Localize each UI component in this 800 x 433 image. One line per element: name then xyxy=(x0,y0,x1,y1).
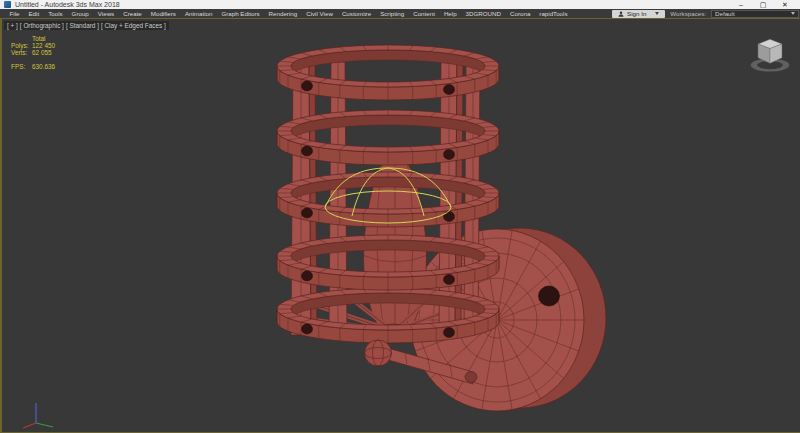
chevron-down-icon xyxy=(655,12,659,15)
menu-item[interactable]: Civil View xyxy=(302,9,338,18)
titlebar: Untitled - Autodesk 3ds Max 2018 – ▢ ✕ xyxy=(0,0,800,9)
menu-item[interactable]: Scripting xyxy=(376,9,409,18)
menu-item[interactable]: Tools xyxy=(44,9,67,18)
menu-item[interactable]: Views xyxy=(93,9,118,18)
stats-verts-label: Verts: xyxy=(11,49,32,56)
menu-item[interactable]: Modifiers xyxy=(146,9,180,18)
menubar-right: Sign In Workspaces: Default xyxy=(612,10,800,18)
sign-in-button[interactable]: Sign In xyxy=(612,10,665,18)
menu-bar: FileEditToolsGroupViewsCreateModifiersAn… xyxy=(0,9,800,19)
viewcube[interactable] xyxy=(747,32,793,78)
workspaces-value: Default xyxy=(715,10,735,17)
statistics-overlay: Total Polys:122 450 Verts:62 055 FPS:630… xyxy=(11,35,55,70)
viewport-label-segment[interactable]: [ + ] xyxy=(7,21,18,30)
stats-fps-value: 630.636 xyxy=(32,63,55,70)
minimize-button[interactable]: – xyxy=(730,0,752,9)
3dsmax-window: Untitled - Autodesk 3ds Max 2018 – ▢ ✕ F… xyxy=(0,0,800,433)
menu-item[interactable]: Rendering xyxy=(264,9,302,18)
stats-polys-label: Polys: xyxy=(11,42,32,49)
menu-item[interactable]: Customize xyxy=(337,9,375,18)
x-axis xyxy=(23,423,36,428)
menu-item[interactable]: Help xyxy=(439,9,461,18)
rod-ball-knob xyxy=(365,340,392,366)
viewport[interactable]: [ + ][ Orthographic ][ Standard ][ Clay … xyxy=(0,19,800,433)
window-title: Untitled - Autodesk 3ds Max 2018 xyxy=(15,0,120,9)
menu-item[interactable]: rapidTools xyxy=(535,9,572,18)
close-button[interactable]: ✕ xyxy=(774,0,796,9)
viewport-label-segment[interactable]: [ Clay + Edged Faces ] xyxy=(101,21,166,30)
stats-total-label: Total xyxy=(32,35,46,42)
y-axis xyxy=(36,423,53,427)
stats-fps-label: FPS: xyxy=(11,63,32,70)
menu-item[interactable]: 3DGROUND xyxy=(461,9,505,18)
world-axis-tripod xyxy=(18,399,58,429)
plate-screw-hole xyxy=(539,286,560,306)
main-menu: FileEditToolsGroupViewsCreateModifiersAn… xyxy=(0,9,572,18)
workspaces-label: Workspaces: xyxy=(670,10,706,17)
viewport-label-segment[interactable]: [ Standard ] xyxy=(66,21,99,30)
chevron-down-icon xyxy=(791,12,795,15)
menu-item[interactable]: Animation xyxy=(180,9,217,18)
menu-item[interactable]: Group xyxy=(67,9,93,18)
stats-verts-value: 62 055 xyxy=(32,49,52,56)
menu-item[interactable]: Corona xyxy=(506,9,535,18)
app-icon-3dsmax xyxy=(4,1,11,8)
workspaces-dropdown[interactable]: Default xyxy=(711,10,799,18)
user-icon xyxy=(618,11,624,17)
maximize-button[interactable]: ▢ xyxy=(752,0,774,9)
viewport-label: [ + ][ Orthographic ][ Standard ][ Clay … xyxy=(4,21,169,30)
menu-item[interactable]: Graph Editors xyxy=(217,9,264,18)
menu-item[interactable]: Content xyxy=(409,9,440,18)
menu-item[interactable]: Create xyxy=(119,9,147,18)
stats-polys-value: 122 450 xyxy=(32,42,55,49)
menu-item[interactable]: File xyxy=(5,9,24,18)
window-controls: – ▢ ✕ xyxy=(730,0,796,9)
menu-item[interactable]: Edit xyxy=(24,9,44,18)
scene-3d-model[interactable] xyxy=(0,19,800,433)
stats-spacer xyxy=(11,35,32,42)
viewport-label-segment[interactable]: [ Orthographic ] xyxy=(20,21,64,30)
sign-in-label: Sign In xyxy=(627,10,646,17)
